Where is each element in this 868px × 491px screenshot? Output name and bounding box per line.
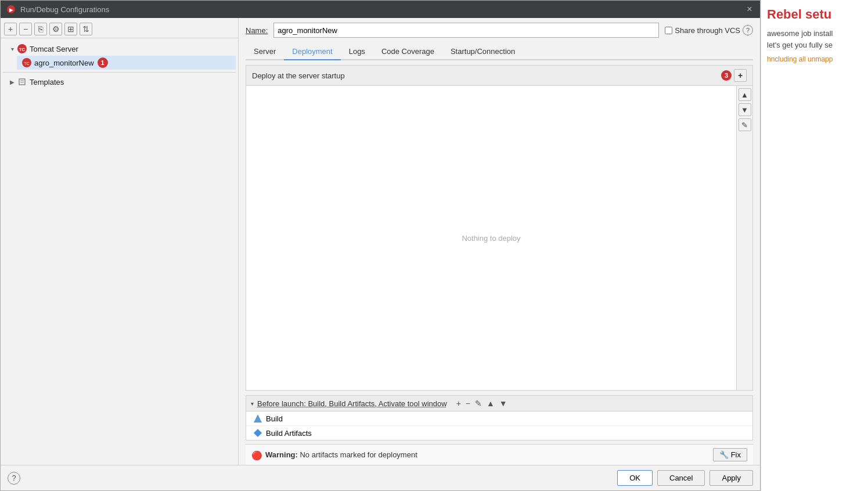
deploy-move-up-button[interactable]: ▲ xyxy=(739,88,751,101)
run-debug-dialog: ▶ Run/Debug Configurations × + − ⎘ ⚙ ⊞ ⇅… xyxy=(0,0,761,491)
launch-build-artifacts-label: Build Artifacts xyxy=(266,429,312,438)
tree-children: TC agro_monitorNew 1 xyxy=(3,56,236,70)
deploy-edit-button[interactable]: ✎ xyxy=(739,118,751,131)
svg-text:TC: TC xyxy=(19,47,26,52)
dialog-body: + − ⎘ ⚙ ⊞ ⇅ ▾ TC Tomcat xyxy=(1,18,760,465)
rebel-panel: Rebel setu awesome job install let's get… xyxy=(761,0,868,491)
deploy-section: Deploy at the server startup 3 + xyxy=(246,65,753,391)
before-launch-remove-button[interactable]: − xyxy=(464,399,471,408)
before-launch-section: ▾ Before launch: Build, Build Artifacts,… xyxy=(246,395,753,441)
deploy-title: Deploy at the server startup xyxy=(252,71,345,80)
templates-toggle-icon: ▶ xyxy=(8,77,17,86)
help-icon[interactable]: ? xyxy=(743,25,753,35)
sidebar: + − ⎘ ⚙ ⊞ ⇅ ▾ TC Tomcat xyxy=(1,18,239,465)
name-row: Name: Share through VCS ? xyxy=(246,23,753,38)
deploy-badge: 3 xyxy=(721,70,732,81)
dialog-footer: ? OK Cancel Apply xyxy=(1,465,760,490)
build-artifacts-icon xyxy=(253,428,262,438)
before-launch-down-button[interactable]: ▼ xyxy=(498,399,509,408)
tomcat-config-icon: TC xyxy=(21,57,32,68)
before-launch-toggle[interactable]: ▾ xyxy=(251,400,254,407)
group-config-button[interactable]: ⊞ xyxy=(64,23,77,35)
warning-text: Warning: No artifacts marked for deploym… xyxy=(265,450,417,459)
tab-deployment[interactable]: Deployment xyxy=(284,44,340,60)
rebel-body2: let's get you fully se xyxy=(767,39,862,51)
name-input[interactable] xyxy=(273,23,659,38)
sidebar-toolbar: + − ⎘ ⚙ ⊞ ⇅ xyxy=(1,20,238,38)
main-content: Name: Share through VCS ? Server Deploym… xyxy=(239,18,760,465)
config-item-label: agro_monitorNew xyxy=(34,59,94,67)
before-launch-tools: + − ✎ ▲ ▼ xyxy=(455,399,509,408)
launch-item-build-artifacts[interactable]: Build Artifacts xyxy=(246,426,752,440)
dialog-title: Run/Debug Configurations xyxy=(20,5,109,14)
deploy-header: Deploy at the server startup 3 + xyxy=(246,66,752,86)
config-tree: ▾ TC Tomcat Server xyxy=(1,38,238,92)
fix-button[interactable]: 🔧 Fix xyxy=(713,448,747,461)
dialog-title-bar: ▶ Run/Debug Configurations × xyxy=(1,1,760,18)
tab-startup-connection[interactable]: Startup/Connection xyxy=(442,44,523,60)
warning-bold: Warning: xyxy=(265,450,298,459)
build-icon xyxy=(253,414,262,423)
deploy-list: Nothing to deploy xyxy=(246,86,736,390)
ok-button[interactable]: OK xyxy=(617,470,653,486)
sidebar-item-agro-monitor[interactable]: TC agro_monitorNew 1 xyxy=(17,56,236,70)
before-launch-add-button[interactable]: + xyxy=(455,399,462,408)
footer-left: ? xyxy=(8,472,20,485)
tomcat-icon: TC xyxy=(17,44,27,54)
deploy-top-right: 3 + Artifact... xyxy=(718,69,747,82)
share-vcs-label: Share through VCS xyxy=(675,26,740,35)
fix-icon: 🔧 xyxy=(719,450,729,459)
launch-list: Build Build Artifacts xyxy=(246,411,752,440)
warning-icon: 🔴 xyxy=(251,450,261,460)
rebel-subtitle-text: setu xyxy=(805,7,831,21)
deploy-sidebar-buttons: ▲ ▼ ✎ xyxy=(736,86,752,390)
tab-code-coverage[interactable]: Code Coverage xyxy=(373,44,442,60)
share-vcs-checkbox[interactable] xyxy=(665,27,672,34)
app-icon: ▶ xyxy=(6,5,16,14)
name-label: Name: xyxy=(246,26,268,35)
templates-label: Templates xyxy=(30,78,64,86)
before-launch-edit-button[interactable]: ✎ xyxy=(474,399,483,408)
tab-logs[interactable]: Logs xyxy=(341,44,373,60)
warning-bar: 🔴 Warning: No artifacts marked for deplo… xyxy=(246,444,753,465)
rebel-orange-text: hncluding all unmapp xyxy=(767,55,862,63)
add-config-button[interactable]: + xyxy=(4,23,17,35)
apply-button[interactable]: Apply xyxy=(709,470,753,486)
add-deploy-button[interactable]: + xyxy=(734,69,747,82)
remove-config-button[interactable]: − xyxy=(19,23,32,35)
sidebar-item-tomcat-group[interactable]: ▾ TC Tomcat Server xyxy=(3,42,236,56)
svg-text:TC: TC xyxy=(24,62,29,66)
tab-bar: Server Deployment Logs Code Coverage Sta… xyxy=(246,44,753,60)
launch-build-label: Build xyxy=(266,414,283,423)
help-bottom-button[interactable]: ? xyxy=(8,472,20,485)
launch-item-build[interactable]: Build xyxy=(246,411,752,426)
collapse-icon: ▾ xyxy=(8,44,17,53)
before-launch-header: ▾ Before launch: Build, Build Artifacts,… xyxy=(246,396,752,411)
rebel-title: Rebel setu xyxy=(767,7,862,22)
svg-marker-7 xyxy=(254,414,262,423)
tomcat-group-label: Tomcat Server xyxy=(30,45,78,53)
deploy-content-area: Nothing to deploy ▲ ▼ ✎ xyxy=(246,86,752,390)
tab-server[interactable]: Server xyxy=(246,44,284,60)
sidebar-item-templates[interactable]: ▶ Templates xyxy=(3,75,236,89)
warning-text-rest: No artifacts marked for deployment xyxy=(298,450,417,459)
share-vcs-container: Share through VCS ? xyxy=(665,25,753,35)
fix-label: Fix xyxy=(731,450,741,459)
deploy-move-down-button[interactable]: ▼ xyxy=(739,103,751,116)
cancel-button[interactable]: Cancel xyxy=(657,470,705,486)
before-launch-title: Before launch: Build, Build Artifacts, A… xyxy=(257,399,447,408)
copy-config-button[interactable]: ⎘ xyxy=(34,23,47,35)
add-deploy-container: + Artifact... 4 xyxy=(734,69,747,82)
settings-config-button[interactable]: ⚙ xyxy=(49,23,62,35)
sort-config-button[interactable]: ⇅ xyxy=(80,23,92,35)
templates-icon xyxy=(17,77,27,87)
config-item-badge: 1 xyxy=(98,57,108,68)
rebel-body1: awesome job install xyxy=(767,28,862,39)
svg-text:▶: ▶ xyxy=(9,7,13,13)
footer-right: OK Cancel Apply xyxy=(617,470,753,486)
rebel-brand-text: Rebel xyxy=(767,7,802,21)
before-launch-up-button[interactable]: ▲ xyxy=(485,399,496,408)
tree-separator xyxy=(3,72,236,73)
empty-deploy-text: Nothing to deploy xyxy=(462,234,520,243)
close-button[interactable]: × xyxy=(745,5,754,14)
